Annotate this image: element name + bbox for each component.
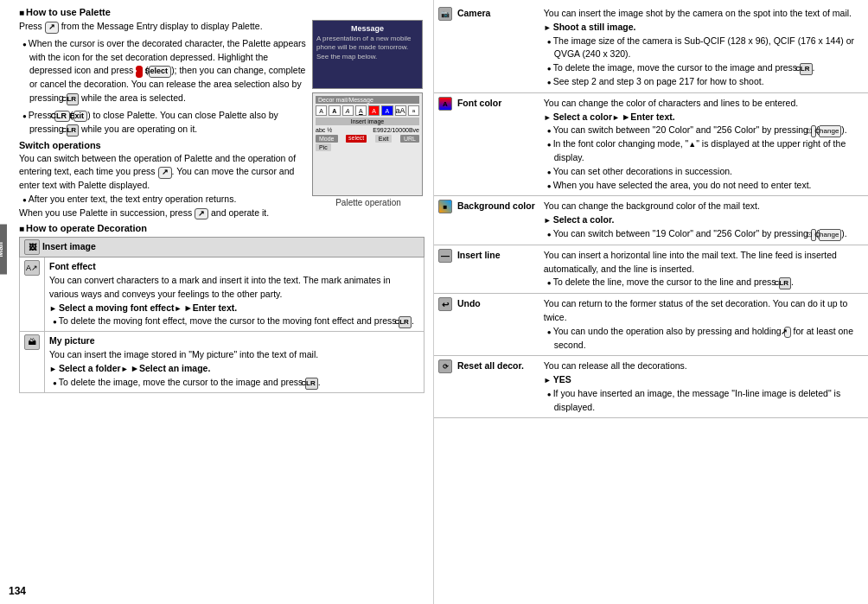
font-color-bullet3: You can set other decorations in success… — [544, 165, 864, 179]
font-color-arrow1: Select a color — [544, 111, 612, 122]
font-color-icon: A — [438, 97, 452, 111]
font-effect-bullet: To delete the moving font effect, move t… — [49, 315, 419, 328]
exit-label: Exit — [73, 111, 88, 123]
undo-icon: ↩ — [438, 297, 452, 311]
my-picture-bullet: To delete the image, move the cursor to … — [49, 376, 419, 390]
clr-btn1: CLR — [67, 93, 79, 105]
undo-bullet1: You can undo the operation also by press… — [544, 325, 864, 353]
mail-sidebar-label: Mail — [0, 225, 7, 275]
reset-cell: ⟳ Reset all decor. — [434, 356, 539, 418]
insert-line-desc: You can insert a horizontal line into th… — [539, 245, 868, 294]
font-effect-desc: You can convert characters to a mark and… — [49, 275, 391, 299]
insert-line-cell: — Insert line — [434, 245, 539, 294]
font-effect-row: A↗ Font effect You can convert character… — [20, 257, 424, 332]
bg-color-cell: ■ Background color — [434, 196, 539, 245]
clr-camera: CLR — [800, 63, 812, 75]
bg-color-arrow: Select a color. — [544, 214, 615, 225]
pal-decor-row: A A A A A A aA a — [316, 105, 419, 116]
reset-icon: ⟳ — [438, 359, 452, 373]
insert-line-icon: — — [438, 249, 452, 263]
camera-cell: 📷 Camera — [434, 3, 539, 92]
reset-label: Reset all decor. — [457, 360, 524, 371]
pen-btn: ↗ — [158, 167, 172, 179]
pal-abc-label: abc ½ — [316, 127, 332, 133]
insert-header-label: Insert image — [42, 241, 96, 251]
pal-insert-img: Insert image — [316, 118, 419, 125]
clr-btn2: CLR — [67, 124, 79, 137]
insert-table-header: 🖼 Insert image — [20, 238, 424, 257]
font-color-bullet1: You can switch between "20 Color" and "2… — [544, 124, 864, 137]
pal-decor-label: Decor mail/Message — [318, 97, 373, 103]
menu-btn: ↗ — [45, 22, 59, 34]
message-screenshot: Message A presentation of a new mobile p… — [312, 20, 423, 89]
change-label2: Change — [819, 229, 841, 241]
left-panel: Mail How to use Palette Message A presen… — [0, 0, 434, 604]
undo-row: ↩ Undo You can return to the former stat… — [434, 294, 868, 356]
font-effect-arrow2: ►Enter text. — [175, 302, 238, 313]
undo-label: Undo — [457, 298, 481, 308]
pal-box: A — [381, 105, 393, 116]
font-effect-icon: A↗ — [24, 260, 40, 276]
camera-desc: You can insert the image shot by the cam… — [539, 3, 868, 92]
pal-select-btn: select — [346, 135, 367, 143]
change-label1: Change — [819, 125, 841, 137]
bg-color-label: Background color — [457, 200, 535, 211]
camera-bullet1: The image size of the camera is Sub-QCIF… — [544, 35, 864, 62]
font-effect-label: Font effect — [49, 261, 96, 271]
camera-bullet2: To delete the image, move the cursor to … — [544, 61, 864, 75]
camera-label: Camera — [457, 8, 491, 18]
pal-header: Decor mail/Message — [316, 96, 419, 104]
clr-btn3: CLR — [399, 316, 411, 328]
my-picture-arrow: Select a folder — [49, 363, 121, 373]
font-color-bullet4: When you have selected the area, you do … — [544, 179, 864, 193]
bg-color-icon: ■ — [438, 200, 452, 213]
palette-section-title: How to use Palette — [19, 7, 424, 17]
select-label: Select — [149, 66, 172, 78]
font-color-cell: A Font color — [434, 92, 539, 196]
clr-icon-btn: CLR — [54, 111, 71, 123]
my-picture-row: 🏔 My picture You can insert the image st… — [20, 332, 424, 392]
pal-box: A — [355, 105, 367, 116]
pal-size-label: E9922/10000Bve — [373, 127, 419, 133]
insert-header-cell: 🖼 Insert image — [20, 238, 424, 257]
bg-color-row: ■ Background color You can change the ba… — [434, 196, 868, 245]
reset-row: ⟳ Reset all decor. You can release all t… — [434, 356, 868, 418]
undo-hold-btn: ↗ — [784, 327, 791, 339]
undo-desc: You can return to the former status of t… — [539, 294, 868, 356]
font-effect-arrow: Select a moving font effect — [49, 302, 175, 313]
right-panel: 📷 Camera You can insert the image shot b… — [434, 0, 868, 604]
pal-box: A — [329, 105, 340, 116]
pal-url-btn: URL — [400, 135, 419, 143]
palette-screenshot: Decor mail/Message A A A A A A aA a Inse… — [312, 92, 423, 196]
left-content: How to use Palette Message A presentatio… — [19, 7, 424, 393]
pal-mode-btn: Mode — [316, 135, 338, 143]
insert-line-label: Insert line — [457, 250, 501, 260]
reset-desc: You can release all the decorations. YES… — [539, 356, 868, 418]
bg-color-bullet1: You can switch between "19 Color" and "2… — [544, 227, 864, 241]
page-number: 134 — [9, 585, 26, 597]
msg-title: Message — [316, 24, 418, 33]
font-color-label: Font color — [457, 98, 501, 108]
my-picture-arrow2: ►Select an image. — [121, 363, 211, 373]
font-color-bullet2: In the font color changing mode, "▲" is … — [544, 137, 864, 165]
camera-row: 📷 Camera You can insert the image shot b… — [434, 3, 868, 92]
pal-box: a — [408, 105, 419, 116]
my-picture-icon: 🏔 — [24, 334, 40, 350]
my-picture-desc: You can insert the image stored in "My p… — [49, 349, 318, 359]
camera-bullet3: See step 2 and step 3 on page 217 for ho… — [544, 75, 864, 89]
pal-box: A — [368, 105, 380, 116]
insert-icon: 🖼 — [24, 239, 40, 255]
reset-bullet1: If you have inserted an image, the messa… — [544, 387, 864, 415]
undo-cell: ↩ Undo — [434, 294, 539, 356]
font-color-arrow2: ►Enter text. — [612, 111, 675, 122]
font-color-desc: You can change the color of characters a… — [539, 92, 868, 196]
my-picture-desc-cell: My picture You can insert the image stor… — [45, 332, 424, 392]
bg-color-desc: You can change the background color of t… — [539, 196, 868, 245]
palette-caption: Palette operation — [312, 198, 424, 207]
msg-body: A presentation of a new mobile phone wil… — [316, 35, 418, 61]
camera-arrow: Shoot a still image. — [544, 22, 636, 32]
pal-box: aA — [395, 105, 406, 116]
pal-footer: Mode select Exit URL — [316, 135, 419, 143]
right-table: 📷 Camera You can insert the image shot b… — [434, 3, 868, 418]
pal-pic-row: Pic — [316, 143, 419, 151]
